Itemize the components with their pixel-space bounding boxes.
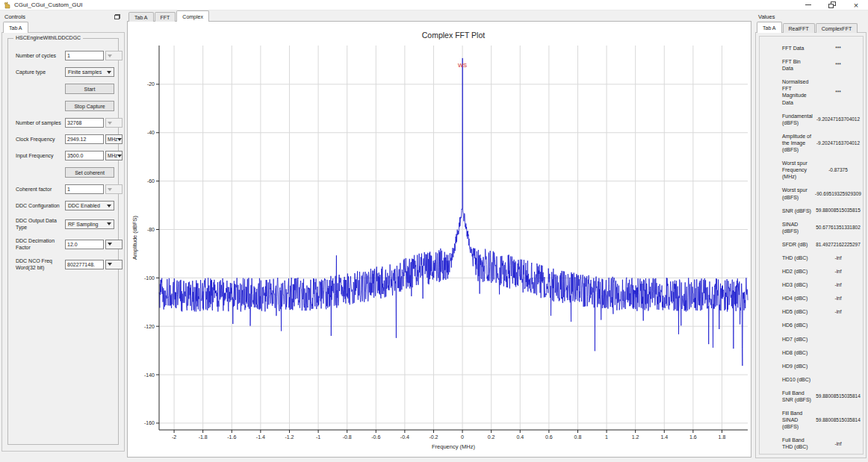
input-frequency-label: Input Frequency	[16, 152, 65, 159]
input-frequency-unit-combo[interactable]: MHz	[105, 151, 123, 160]
y-tick-label: -100	[144, 275, 155, 281]
capture-type-combo[interactable]: Finite samples	[65, 67, 114, 77]
number-of-cycles-input[interactable]: 1	[65, 51, 104, 60]
values-row-label: Normalised FFT Magnitude Data	[782, 78, 814, 105]
stop-capture-button[interactable]: Stop Capture	[65, 101, 114, 111]
values-row-value: -inf	[814, 269, 862, 275]
values-row-label: FFT Bin Data	[782, 58, 814, 72]
x-tick-label: -0.4	[400, 434, 409, 440]
values-row-hd4-dbc: HD4 (dBC)-inf	[782, 295, 862, 302]
ddc-configuration-combo[interactable]: DDC Enabled	[65, 201, 114, 210]
values-row-sinad-dbfs: SINAD (dBFS)50.67761351331802	[782, 221, 862, 234]
values-row-value: 50.67761351331802	[814, 225, 862, 231]
values-row-fill-band-sinad-dbfs: Fill Band SINAD (dBFS)59.88008515035814	[782, 410, 862, 430]
controls-pane: HSCEngineWithILDDCDGC Number of cycles1C…	[1, 32, 125, 452]
control-row-ddc-configuration: DDC ConfigurationDDC Enabled	[16, 201, 114, 210]
coherent-factor-input[interactable]: 1	[65, 184, 104, 194]
values-row-value: -9.20247163704012	[814, 140, 862, 146]
y-tick-label: -140	[144, 372, 155, 378]
plot-tab-tab-a[interactable]: Tab A	[128, 12, 154, 22]
ddc-decimation-factor-unit-combo[interactable]	[105, 240, 123, 249]
plot-panel: Tab AFFTComplex -2-1.8-1.6-1.4-1.2-1-0.8…	[127, 10, 751, 458]
control-row-input-frequency: Input Frequency3500.0MHz	[16, 151, 114, 160]
control-row-number-of-samples: Number of samples32768	[16, 118, 114, 128]
close-button[interactable]: ×	[844, 0, 868, 10]
y-tick-label: -80	[147, 227, 155, 232]
clock-frequency-input[interactable]: 2949.12	[65, 134, 104, 144]
clock-frequency-unit: MHz	[108, 137, 117, 142]
x-tick-label: 0.2	[488, 434, 495, 440]
ddc-nco-freq-word-label: DDC NCO Freq Word(32 bit)	[16, 257, 65, 271]
y-tick-label: -40	[147, 130, 155, 135]
controls-tabbar: Tab A	[1, 22, 125, 33]
x-tick-label: 1.8	[719, 434, 726, 440]
number-of-cycles-label: Number of cycles	[16, 52, 65, 59]
x-tick-label: 1.4	[660, 434, 668, 440]
values-row-label: SFDR (dB)	[782, 241, 814, 248]
number-of-cycles-field: 1	[65, 51, 123, 60]
y-tick-label: -160	[144, 420, 155, 425]
plot-pane: -2-1.8-1.6-1.4-1.2-1-0.8-0.6-0.4-0.200.2…	[127, 21, 751, 458]
x-tick-label: 0.4	[516, 434, 524, 440]
x-tick-label: 0.6	[545, 434, 553, 440]
values-row-fundamental-dbfs: Fundamental (dBFS)-9.20247163704012	[782, 113, 862, 126]
values-row-value: 59.88008515035814	[814, 393, 862, 399]
ddc-nco-freq-word-input[interactable]: 802277148.	[65, 260, 104, 269]
values-tabbar: Tab ARealFFTComplexFFT	[755, 22, 867, 33]
values-row-snr-dbfs: SNR (dBFS)59.88008515035815	[782, 207, 862, 214]
plot-tab-fft[interactable]: FFT	[155, 12, 176, 22]
ddc-nco-freq-word-unit-combo[interactable]	[105, 260, 123, 269]
values-row-hd9-dbc: HD9 (dBC)	[782, 363, 862, 369]
values-row-label: HD4 (dBC)	[782, 295, 814, 302]
control-row-clock-frequency: Clock Frequency2949.12MHz	[16, 134, 114, 144]
fft-trace	[159, 58, 748, 366]
values-row-label: HD3 (dBC)	[782, 281, 814, 288]
values-row-thd-dbc: THD (dBC)-inf	[782, 255, 862, 261]
set-coherent-button[interactable]: Set coherent	[65, 167, 114, 178]
values-row-label: SINAD (dBFS)	[782, 221, 814, 234]
values-row-amplitude-of-image-dbfs: Amplitude of the Image (dBFS)-9.20247163…	[782, 133, 862, 153]
y-tick-label: -20	[147, 81, 155, 87]
float-panel-button[interactable]	[113, 13, 122, 21]
clock-frequency-unit-combo[interactable]: MHz	[105, 134, 123, 144]
minimize-button[interactable]	[796, 0, 820, 10]
ddc-nco-freq-word-field: 802277148.	[65, 260, 123, 269]
x-tick-label: 0	[461, 434, 464, 440]
number-of-cycles-chevron-down-icon	[108, 54, 112, 57]
values-tab-tab-a[interactable]: Tab A	[757, 22, 782, 33]
control-row-stop-capture: Stop Capture	[16, 101, 114, 111]
ddc-decimation-factor-chevron-down-icon	[108, 243, 112, 246]
ddc-output-data-type-combo[interactable]: RF Sampling	[65, 219, 114, 229]
x-tick-label: -0.6	[371, 434, 380, 440]
control-row-ddc-nco-freq-word: DDC NCO Freq Word(32 bit)802277148.	[16, 257, 114, 271]
restore-icon	[828, 1, 836, 8]
control-row-start: Start	[16, 84, 114, 94]
chart-title: Complex FFT Plot	[422, 31, 485, 40]
worst-spur-annotation: WS	[458, 62, 467, 69]
values-row-label: Amplitude of the Image (dBFS)	[782, 133, 814, 153]
values-row-value: -inf	[814, 296, 862, 302]
values-row-worst-spur-frequency-mhz: Worst spur Frequency (MHz)-0.87375	[782, 160, 862, 180]
maximize-restore-button[interactable]	[820, 0, 844, 10]
x-tick-label: -2	[172, 434, 176, 440]
capture-type-value: Finite samples	[68, 69, 102, 75]
start-button[interactable]: Start	[65, 84, 114, 94]
values-row-sfdr-db: SFDR (dB)81.49272162225297	[782, 241, 862, 248]
values-row-label: HD7 (dBC)	[782, 336, 814, 343]
number-of-samples-input[interactable]: 32768	[65, 118, 104, 128]
input-frequency-input[interactable]: 3500.0	[65, 151, 104, 160]
ddc-nco-freq-word-chevron-down-icon	[108, 263, 112, 266]
ddc-configuration-label: DDC Configuration	[16, 202, 65, 209]
values-row-value: ***	[814, 62, 862, 68]
plot-tabbar: Tab AFFTComplex	[127, 10, 751, 22]
complex-fft-plot-canvas: -2-1.8-1.6-1.4-1.2-1-0.8-0.6-0.4-0.200.2…	[128, 22, 751, 456]
values-row-full-band-thd-dbc: Full Band THD (dBC)-inf	[782, 437, 862, 450]
number-of-samples-chevron-down-icon	[108, 122, 112, 125]
values-tab-realfft[interactable]: RealFFT	[783, 23, 815, 33]
ddc-decimation-factor-input[interactable]: 12.0	[65, 240, 104, 249]
x-tick-label: -0.8	[343, 434, 352, 440]
values-tab-complexfft[interactable]: ComplexFFT	[816, 23, 858, 33]
plot-tab-complex[interactable]: Complex	[176, 10, 209, 22]
controls-tab-tab-a[interactable]: Tab A	[3, 22, 28, 33]
values-panel-header: Values	[755, 12, 867, 22]
